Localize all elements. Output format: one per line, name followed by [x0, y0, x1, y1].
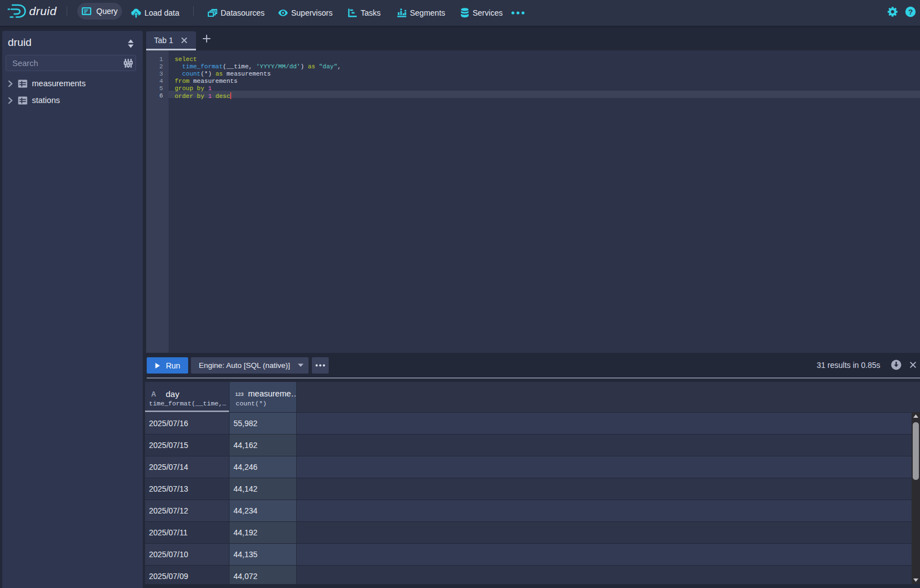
svg-text:?: ? [908, 8, 913, 16]
